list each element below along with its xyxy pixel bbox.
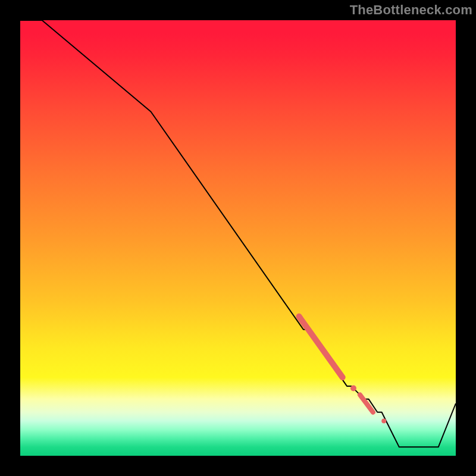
- highlight-markers: [299, 317, 386, 424]
- marker-dot: [381, 418, 386, 423]
- bottleneck-curve-line: [20, 20, 456, 447]
- chart-svg: [20, 20, 456, 456]
- marker-dot: [350, 386, 356, 392]
- gradient-plot-area: [20, 20, 456, 456]
- marker-segment: [299, 317, 342, 377]
- watermark-label: TheBottleneck.com: [350, 2, 472, 18]
